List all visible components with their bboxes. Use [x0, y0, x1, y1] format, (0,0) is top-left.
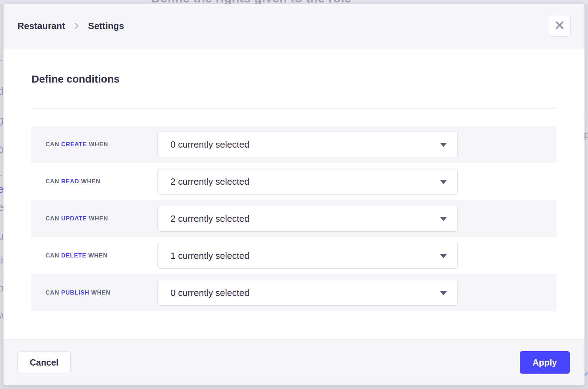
label-prefix: CAN — [46, 252, 59, 259]
select-value: 2 currently selected — [170, 176, 249, 187]
background-letter-fragment: r — [0, 56, 1, 68]
condition-label: CAN CREATE WHEN — [46, 141, 108, 148]
background-letter-fragment: er — [0, 201, 4, 213]
condition-row-delete: CAN DELETE WHEN 1 currently selected — [31, 237, 556, 274]
select-value: 2 currently selected — [170, 213, 249, 224]
label-suffix: WHEN — [89, 215, 108, 222]
label-prefix: CAN — [46, 141, 59, 148]
label-prefix: CAN — [46, 215, 59, 222]
label-action: READ — [61, 178, 79, 185]
background-letter-fragment: ti — [0, 254, 3, 266]
background-letter-fragment: p — [0, 282, 4, 294]
select-value: 0 currently selected — [170, 139, 249, 150]
update-conditions-select[interactable]: 2 currently selected — [158, 206, 458, 232]
modal-footer: Cancel Apply — [4, 339, 584, 385]
label-action: PUBLISH — [61, 289, 89, 296]
background-page-left-edge: rdgoreerutipw — [0, 0, 4, 389]
define-conditions-modal: Restaurant Settings Define conditions CA… — [4, 4, 584, 385]
background-letter-fragment: d — [0, 85, 4, 97]
background-page-right-edge: p — [584, 0, 588, 389]
chevron-right-icon — [74, 22, 79, 30]
breadcrumb: Restaurant Settings — [18, 21, 124, 31]
label-prefix: CAN — [46, 289, 59, 296]
condition-label: CAN PUBLISH WHEN — [46, 289, 111, 296]
breadcrumb-item-restaurant: Restaurant — [18, 21, 65, 31]
pencil-icon — [584, 370, 588, 378]
condition-label: CAN DELETE WHEN — [46, 252, 107, 259]
caret-down-icon — [440, 254, 447, 258]
page-title: Define conditions — [31, 73, 120, 85]
label-suffix: WHEN — [81, 178, 100, 185]
background-letter-fragment: g — [0, 114, 4, 126]
cancel-button[interactable]: Cancel — [18, 352, 71, 373]
close-icon — [554, 20, 565, 32]
condition-row-publish: CAN PUBLISH WHEN 0 currently selected — [31, 274, 556, 311]
label-action: DELETE — [61, 252, 86, 259]
background-letter-fragment: e — [0, 183, 4, 195]
caret-down-icon — [440, 143, 447, 147]
read-conditions-select[interactable]: 2 currently selected — [158, 169, 458, 194]
create-conditions-select[interactable]: 0 currently selected — [158, 132, 458, 157]
condition-row-create: CAN CREATE WHEN 0 currently selected — [31, 126, 556, 163]
label-action: CREATE — [61, 141, 87, 148]
condition-row-read: CAN READ WHEN 2 currently selected — [31, 163, 556, 200]
publish-conditions-select[interactable]: 0 currently selected — [158, 280, 458, 306]
apply-button[interactable]: Apply — [520, 351, 570, 374]
label-action: UPDATE — [61, 215, 87, 222]
select-value: 1 currently selected — [170, 250, 249, 261]
breadcrumb-item-settings: Settings — [88, 21, 124, 31]
background-letter-fragment: p — [584, 129, 588, 141]
caret-down-icon — [440, 291, 447, 295]
label-suffix: WHEN — [91, 289, 111, 296]
condition-row-update: CAN UPDATE WHEN 2 currently selected — [31, 200, 556, 237]
condition-label: CAN UPDATE WHEN — [46, 215, 108, 222]
caret-down-icon — [440, 217, 447, 221]
background-letter-fragment: o — [0, 143, 4, 155]
label-prefix: CAN — [46, 178, 59, 185]
caret-down-icon — [440, 180, 447, 184]
background-letter-fragment: r — [0, 171, 1, 183]
conditions-rows: CAN CREATE WHEN 0 currently selected CAN… — [31, 126, 556, 311]
delete-conditions-select[interactable]: 1 currently selected — [158, 243, 458, 269]
background-letter-fragment: u — [0, 230, 4, 242]
close-button[interactable] — [549, 15, 570, 37]
modal-header: Restaurant Settings — [4, 4, 584, 48]
condition-label: CAN READ WHEN — [46, 178, 100, 185]
background-letter-fragment: w — [0, 309, 4, 321]
select-value: 0 currently selected — [170, 288, 249, 298]
label-suffix: WHEN — [89, 141, 108, 148]
background-row-line — [584, 117, 588, 117]
label-suffix: WHEN — [88, 252, 107, 259]
title-divider — [31, 108, 556, 109]
